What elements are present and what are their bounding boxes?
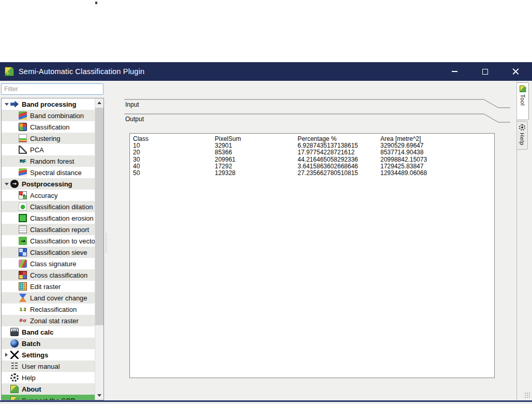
tree-item-label: Classification sieve [30,249,87,256]
tab-help[interactable]: Help [517,121,528,150]
land-cover-change-icon [19,294,27,302]
band-processing-icon [10,100,19,108]
accuracy-icon [19,191,27,199]
tree-item[interactable]: Batch [2,338,95,349]
tree-item[interactable]: Classification [2,121,95,133]
tree-item-label: About [22,385,41,393]
tree-item[interactable]: Zonal stat raster [2,315,95,326]
scp-tools-tree: Band processing Band combination Classif… [1,98,104,400]
tree-item[interactable]: Postprocessing [2,178,95,190]
tree-item-label: Help [22,374,36,382]
cell-pixelsum: 17292 [215,163,298,170]
table-row[interactable]: 10329016.92874351371386153290529.69647 [130,142,494,149]
tree-item[interactable]: Accuracy [2,190,95,201]
tab-help-label: Help [519,133,525,146]
window-title: Semi-Automatic Classification Plugin [19,67,144,76]
tree-item-label: User manual [22,363,60,370]
tab-tool-label: Tool [520,94,526,106]
tree-item-label: Classification dilation [30,203,93,211]
tree-item[interactable]: About [2,383,95,395]
tree-item-label: Cross classification [30,271,87,279]
tree-item[interactable]: Classification to vector [2,235,95,247]
group-fold-line [124,113,510,124]
window-controls [439,62,531,81]
tree-item-label: Classification report [30,226,89,234]
cell-percentage: 27.235662780510815 [298,170,380,177]
input-group[interactable]: Input [124,99,510,109]
screen: Semi-Automatic Classification Plugin Ban… [0,0,532,404]
tree-item-label: Spectral distance [30,169,82,177]
size-grip[interactable] [524,392,530,398]
tree-item[interactable]: Edit raster [2,281,95,292]
cell-area: 8537714.90438 [380,149,494,156]
input-group-label: Input [125,101,139,108]
tree-item[interactable]: Reclassification [2,304,95,315]
tree-item[interactable]: Random forest [2,155,95,167]
maximize-button[interactable] [470,62,500,81]
arrow-up-icon [97,102,101,104]
zonal-stat-raster-icon [19,316,27,325]
expander-icon[interactable] [3,103,10,106]
tree-item[interactable]: PCA [2,144,95,155]
scroll-up-button[interactable] [95,98,104,107]
tree-item[interactable]: Class signature [2,258,95,269]
tree-item[interactable]: Band calc [2,326,95,338]
table-row[interactable]: 40172923.64158636026686461729425.83847 [130,163,494,170]
table-row[interactable]: 208536617.977542287216128537714.90438 [130,149,494,156]
close-button[interactable] [500,62,531,81]
table-row[interactable]: 3020996144.21646505829233620998842.15073 [130,156,494,163]
filter-input[interactable] [1,83,104,95]
screen-artifact-dot [95,2,97,4]
cell-area: 12934489.06068 [380,170,494,177]
tree-item[interactable]: Help [2,372,95,383]
tree-item[interactable]: Clustering [2,133,95,144]
col-header-percentage: Percentage % [298,136,380,142]
tree-item-label: Support the SCP [22,397,75,400]
tree-item[interactable]: Classification report [2,224,95,235]
titlebar[interactable]: Semi-Automatic Classification Plugin [0,62,532,81]
classification-icon [19,123,27,131]
tree-item[interactable]: Land cover change [2,292,95,304]
scroll-down-button[interactable] [95,391,104,400]
tree-item-label: Accuracy [30,192,57,199]
tree-item-label: PCA [30,146,44,154]
tree-item[interactable]: Cross classification [2,269,95,281]
desktop-strip [0,402,532,404]
tree-item-label: Classification to vector [30,237,95,245]
edit-raster-icon [19,282,27,291]
report-table[interactable]: Class PixelSum Percentage % Area [metre^… [129,133,495,378]
splitter-handle[interactable] [106,233,107,253]
output-group-label: Output [125,116,144,123]
table-row[interactable]: 5012932827.23566278051081512934489.06068 [130,170,494,177]
postprocessing-icon [10,180,19,188]
classification-to-vector-icon [19,237,27,245]
tree-item[interactable]: Band processing [2,98,95,110]
batch-icon [10,339,19,348]
tree-scrollbar[interactable] [95,98,104,400]
tree-item[interactable]: Band combination [2,110,95,121]
tree-item-label: Batch [22,340,40,348]
tree-item-label: Classification erosion [30,214,94,222]
tree-rows: Band processing Band combination Classif… [2,98,95,400]
expander-icon[interactable] [3,353,10,357]
minimize-button[interactable] [439,62,470,81]
minimize-icon [452,71,457,72]
expander-icon[interactable] [3,183,10,185]
output-group[interactable]: Output [124,113,510,124]
tree-item[interactable]: Classification erosion [2,212,95,224]
tree-item[interactable]: Settings [2,349,95,360]
band-combination-icon [19,111,27,120]
tree-item-label: Land cover change [30,294,87,302]
window-body: Band processing Band combination Classif… [0,81,532,400]
cell-percentage: 6.9287435137138615 [298,142,380,149]
tree-item-label: Classification [30,123,70,131]
tree-item[interactable]: Classification sieve [2,247,95,258]
cell-area: 3290529.69647 [380,142,494,149]
tree-item[interactable]: Classification dilation [2,201,95,212]
scrollbar-thumb[interactable] [95,108,104,325]
cell-class: 10 [130,142,215,149]
tree-item[interactable]: User manual [2,360,95,372]
tree-item[interactable]: Spectral distance [2,167,95,178]
tab-tool[interactable]: Tool [517,82,529,120]
tree-item[interactable]: Support the SCP [2,395,95,400]
